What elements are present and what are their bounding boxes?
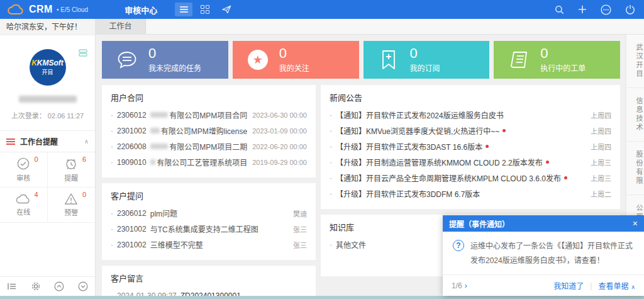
reminder-header[interactable]: 工作台提醒 ∧: [0, 131, 95, 152]
contract-row[interactable]: · 1909010 有限公司工艺管理系统项目 2019-09-29 00:00: [111, 154, 307, 170]
caret-up-icon: ∧: [631, 284, 635, 290]
tile-reminder[interactable]: 6 提醒: [48, 152, 96, 188]
star-icon: ★: [245, 50, 270, 70]
question-text: 与TC系统集成要支持二维工程图: [150, 223, 258, 234]
rail-tab-company-2[interactable]: 信息技术: [626, 88, 644, 142]
knowledge-text: 其他文件: [336, 239, 366, 250]
plus-icon[interactable]: [578, 5, 587, 14]
tab-workbench[interactable]: 工作台: [96, 19, 146, 34]
card-my-follows[interactable]: ★ 0 我的关注: [233, 41, 359, 79]
app-title: CRM: [29, 4, 53, 15]
news-text: 【升级】开目制造运营管理系统KMMOM CLOUD 2.2版本发布: [336, 157, 543, 167]
question-author: 张三: [288, 224, 307, 234]
tile-count: 0: [82, 191, 86, 198]
search-icon[interactable]: [555, 5, 564, 14]
rail-tab-company-3[interactable]: 股份有限: [626, 142, 644, 195]
warning-triangle-icon: [64, 193, 78, 205]
more-icon[interactable]: [601, 4, 611, 15]
card-my-subscriptions[interactable]: 0 我的订阅: [364, 41, 490, 79]
redacted-company: [150, 128, 160, 133]
news-text: 【通知】开目云产品全生命周期管理系统KMPLM CLOUD 3.6.0发布: [336, 172, 561, 183]
news-when: 上周三: [586, 173, 611, 183]
contract-row[interactable]: · 2301002 有限公司MPM增购license 2023-01-09 00…: [111, 123, 307, 138]
tile-count: 0: [34, 155, 38, 163]
messages-panel: 客户留言 · 2024-01-30 09:27 ZD202401300001: [102, 266, 316, 299]
tile-label: 审核: [16, 172, 30, 183]
view-document-button[interactable]: 查看单据∧: [598, 280, 635, 291]
tile-label: 在线: [16, 206, 30, 217]
pager-next-icon[interactable]: ›: [465, 281, 467, 290]
card-count: 0: [410, 47, 440, 60]
question-row[interactable]: · 2301002 三维模型不完整 张三: [111, 237, 307, 252]
company-logo: KKMSoft 开目: [30, 49, 66, 86]
tile-audit[interactable]: 0 审核: [0, 152, 48, 188]
tile-online[interactable]: 4 在线: [0, 188, 48, 223]
collapse-down-icon[interactable]: [78, 281, 88, 291]
panel-title: 新闻公告: [330, 91, 611, 103]
menu-icon[interactable]: [175, 3, 192, 16]
tile-warning[interactable]: 0 预警: [48, 188, 96, 223]
news-row[interactable]: · 【通知】开目软件正式发布2024版运维服务白皮书 上周四: [330, 107, 611, 123]
question-author: 张三: [288, 240, 307, 250]
question-text: plm问题: [150, 208, 177, 218]
news-row[interactable]: · 【升级】开目软件正式发布3DAST 16.6版本 上周四: [330, 138, 611, 154]
contract-date: 2023-06-30 00:00: [247, 111, 307, 119]
contract-row[interactable]: · 2206008 有限公司MPM项目二期 2022-06-20 00:00: [111, 138, 307, 154]
news-text: 【通知】开目软件正式发布2024版运维服务白皮书: [336, 110, 504, 120]
question-code: 2306012: [117, 209, 147, 218]
news-when: 上周三: [586, 157, 611, 167]
question-row[interactable]: · 2306012 plm问题 樊迪: [111, 205, 307, 221]
contract-code: 2301002: [117, 127, 147, 135]
sidebar-bottom-toolbar: [0, 276, 95, 296]
questions-panel: 客户提问 · 2306012 plm问题 樊迪 · 2301002 与TC系统集…: [102, 183, 316, 260]
contract-code: 1909010: [117, 158, 147, 167]
popup-footer: 1/6 › 我知道了 | 查看单据∧: [443, 274, 644, 296]
nav-audit-center[interactable]: 审核中心: [125, 4, 157, 16]
reminder-title: 工作台提醒: [20, 136, 58, 147]
unread-dot: [546, 161, 549, 164]
news-row[interactable]: · 【通知】KMVue浏览器季度大促销,火热进行中~~ 上周四: [330, 123, 611, 138]
header-right-icons: [541, 4, 635, 15]
news-when: 上周四: [586, 126, 611, 136]
power-icon[interactable]: [625, 4, 635, 14]
news-row[interactable]: · 【升级】开目制造运营管理系统KMMOM CLOUD 2.2版本发布 上周三: [330, 154, 611, 170]
chevron-up-icon[interactable]: ∧: [84, 138, 89, 145]
question-code: 2301002: [117, 240, 147, 249]
stat-cards-row: 0 我未完成的任务 ★ 0 我的关注 0: [102, 41, 620, 79]
reminder-tiles: 0 审核 6 提醒 4 在线 0 预警: [0, 152, 95, 223]
app-edition: • E/5 Cloud: [57, 6, 88, 13]
send-icon[interactable]: [218, 3, 235, 16]
reminder-menu-icon: [6, 137, 15, 146]
work-order-icon: [506, 50, 531, 70]
acknowledge-button[interactable]: 我知道了: [553, 280, 584, 291]
question-row[interactable]: · 2301002 与TC系统集成要支持二维工程图 张三: [111, 221, 307, 237]
contract-date: 2019-09-29 00:00: [247, 159, 307, 166]
news-when: 上周四: [586, 142, 611, 152]
card-active-work-orders[interactable]: 0 执行中的工单: [494, 41, 620, 79]
news-row[interactable]: · 【升级】开目软件正式发布3DDFM 6.7版本 上周二: [330, 186, 611, 201]
logo-text-1: KMSoft: [37, 59, 64, 67]
tile-count: 6: [82, 155, 86, 163]
collapse-up-icon[interactable]: [54, 281, 64, 291]
popup-message: 运维中心发布了一条公告《【通知】开目软件正式发布2024版运维服务白皮书》，请查…: [470, 239, 634, 274]
card-label: 我的订阅: [410, 62, 440, 73]
rail-tab-company-1[interactable]: 武汉开目: [626, 35, 644, 88]
gear-icon[interactable]: [31, 281, 41, 291]
contract-row[interactable]: · 2306012 有限公司MPM项目合同 2023-06-30 00:00: [111, 107, 307, 123]
left-sidebar: 哈尔滨东安，下午好！ KKMSoft 开目 上次登录： 02.06 11:27 …: [0, 19, 96, 296]
top-header: CRM • E/5 Cloud 审核中心: [0, 0, 644, 19]
layout-toggle-icon[interactable]: [79, 49, 87, 57]
contract-text: 有限公司MPM增购license: [161, 125, 247, 136]
tile-label: 预警: [64, 207, 78, 217]
news-row[interactable]: · 【通知】开目云产品全生命周期管理系统KMPLM CLOUD 3.6.0发布 …: [330, 170, 611, 186]
card-count: 0: [279, 47, 309, 60]
panel-title: 客户留言: [111, 272, 307, 284]
check-circle-icon: [16, 157, 30, 171]
bookmark-plus-icon: [376, 50, 401, 70]
panel-list-icon[interactable]: [7, 282, 17, 291]
apps-grid-icon[interactable]: [196, 3, 214, 16]
close-icon[interactable]: ×: [633, 218, 638, 228]
card-count: 0: [148, 47, 201, 60]
card-unfinished-tasks[interactable]: 0 我未完成的任务: [102, 41, 228, 79]
news-text: 【升级】开目软件正式发布3DAST 16.6版本: [336, 141, 482, 152]
